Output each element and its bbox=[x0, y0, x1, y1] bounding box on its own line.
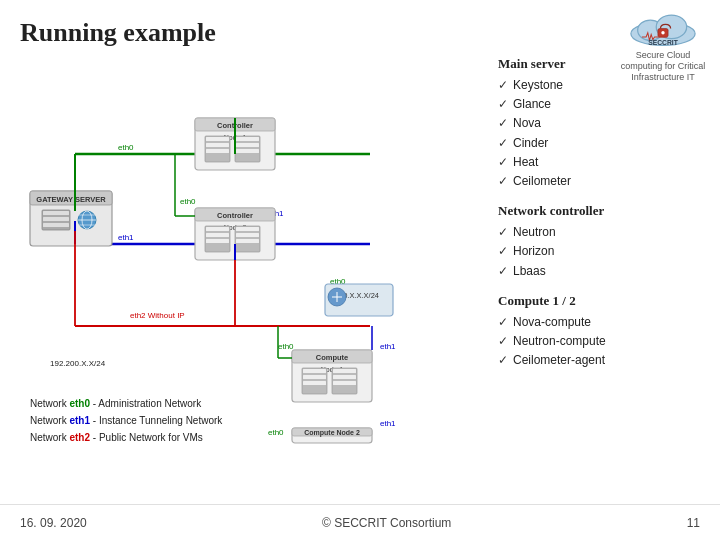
compute-list: ✓Nova-compute ✓Neutron-compute ✓Ceilomet… bbox=[498, 313, 700, 371]
svg-text:Compute: Compute bbox=[316, 353, 349, 362]
svg-rect-66 bbox=[303, 369, 326, 373]
main-server-item-nova: ✓Nova bbox=[498, 114, 700, 133]
main-server-item-cinder: ✓Cinder bbox=[498, 134, 700, 153]
svg-text:Compute Node 2: Compute Node 2 bbox=[304, 429, 360, 437]
svg-text:GATEWAY SERVER: GATEWAY SERVER bbox=[36, 195, 106, 204]
svg-text:eth0: eth0 bbox=[268, 428, 284, 437]
check-icon: ✓ bbox=[498, 134, 508, 153]
main-server-list: ✓Keystone ✓Glance ✓Nova ✓Cinder ✓Heat ✓C… bbox=[498, 76, 700, 191]
svg-rect-67 bbox=[303, 375, 326, 379]
svg-rect-46 bbox=[236, 227, 259, 231]
svg-rect-29 bbox=[206, 143, 229, 147]
svg-rect-43 bbox=[206, 233, 229, 237]
main-server-item-glance: ✓Glance bbox=[498, 95, 700, 114]
svg-rect-32 bbox=[236, 137, 259, 141]
slide: Running example SECCRIT Secure Cloud com… bbox=[0, 0, 720, 540]
svg-rect-70 bbox=[333, 369, 356, 373]
compute-panel: Compute 1 / 2 ✓Nova-compute ✓Neutron-com… bbox=[498, 293, 700, 371]
footer-copyright: © SECCRIT Consortium bbox=[322, 516, 451, 530]
legend-eth0: Network eth0 - Administration Network bbox=[30, 395, 222, 412]
check-icon: ✓ bbox=[498, 242, 508, 261]
footer-page-number: 11 bbox=[687, 516, 700, 530]
svg-rect-47 bbox=[236, 233, 259, 237]
svg-text:eth2 Without IP: eth2 Without IP bbox=[130, 311, 185, 320]
svg-rect-13 bbox=[43, 211, 69, 215]
compute-item-neutron: ✓Neutron-compute bbox=[498, 332, 700, 351]
svg-text:eth0: eth0 bbox=[118, 143, 134, 152]
svg-rect-30 bbox=[206, 149, 229, 153]
info-panels: Main server ✓Keystone ✓Glance ✓Nova ✓Cin… bbox=[490, 56, 700, 486]
compute-item-ceilometer: ✓Ceilometer-agent bbox=[498, 351, 700, 370]
svg-point-4 bbox=[661, 31, 664, 34]
legend-eth1: Network eth1 - Instance Tunneling Networ… bbox=[30, 412, 222, 429]
compute-item-nova: ✓Nova-compute bbox=[498, 313, 700, 332]
check-icon: ✓ bbox=[498, 262, 508, 281]
logo: SECCRIT Secure Cloud computing for Criti… bbox=[618, 10, 708, 82]
check-icon: ✓ bbox=[498, 95, 508, 114]
main-server-item-heat: ✓Heat bbox=[498, 153, 700, 172]
network-controller-list: ✓Neutron ✓Horizon ✓Lbaas bbox=[498, 223, 700, 281]
svg-rect-15 bbox=[43, 223, 69, 227]
svg-text:eth1: eth1 bbox=[118, 233, 134, 242]
svg-text:eth1: eth1 bbox=[380, 419, 396, 428]
nc-item-lbaas: ✓Lbaas bbox=[498, 262, 700, 281]
legend-eth2: Network eth2 - Public Network for VMs bbox=[30, 429, 222, 446]
compute-title: Compute 1 / 2 bbox=[498, 293, 700, 309]
svg-text:SECCRIT: SECCRIT bbox=[648, 39, 679, 46]
check-icon: ✓ bbox=[498, 76, 508, 95]
network-controller-title: Network controller bbox=[498, 203, 700, 219]
svg-rect-71 bbox=[333, 375, 356, 379]
network-controller-panel: Network controller ✓Neutron ✓Horizon ✓Lb… bbox=[498, 203, 700, 281]
footer: 16. 09. 2020 © SECCRIT Consortium 11 bbox=[0, 504, 720, 540]
svg-rect-33 bbox=[236, 143, 259, 147]
svg-rect-72 bbox=[333, 381, 356, 385]
content-area: GATEWAY SERVER eth0 eth1 bbox=[20, 56, 700, 486]
diagram-area: GATEWAY SERVER eth0 eth1 bbox=[20, 56, 490, 486]
svg-rect-42 bbox=[206, 227, 229, 231]
check-icon: ✓ bbox=[498, 313, 508, 332]
network-legend: Network eth0 - Administration Network Ne… bbox=[30, 395, 222, 446]
svg-rect-34 bbox=[236, 149, 259, 153]
svg-rect-28 bbox=[206, 137, 229, 141]
logo-tagline: Secure Cloud computing for Critical Infr… bbox=[618, 50, 708, 82]
check-icon: ✓ bbox=[498, 223, 508, 242]
svg-text:192.200.X.X/24: 192.200.X.X/24 bbox=[50, 359, 106, 368]
footer-date: 16. 09. 2020 bbox=[20, 516, 87, 530]
nc-item-neutron: ✓Neutron bbox=[498, 223, 700, 242]
svg-rect-44 bbox=[206, 239, 229, 243]
svg-text:eth0: eth0 bbox=[180, 197, 196, 206]
svg-rect-68 bbox=[303, 381, 326, 385]
nc-item-horizon: ✓Horizon bbox=[498, 242, 700, 261]
svg-rect-48 bbox=[236, 239, 259, 243]
check-icon: ✓ bbox=[498, 172, 508, 191]
check-icon: ✓ bbox=[498, 332, 508, 351]
svg-rect-14 bbox=[43, 217, 69, 221]
network-diagram: GATEWAY SERVER eth0 eth1 bbox=[20, 56, 410, 446]
page-title: Running example bbox=[20, 18, 700, 48]
main-server-item-ceilometer: ✓Ceilometer bbox=[498, 172, 700, 191]
check-icon: ✓ bbox=[498, 351, 508, 370]
logo-cloud-icon: SECCRIT bbox=[623, 10, 703, 48]
check-icon: ✓ bbox=[498, 114, 508, 133]
svg-text:eth0: eth0 bbox=[278, 342, 294, 351]
check-icon: ✓ bbox=[498, 153, 508, 172]
svg-text:eth1: eth1 bbox=[380, 342, 396, 351]
svg-text:Controller: Controller bbox=[217, 211, 253, 220]
